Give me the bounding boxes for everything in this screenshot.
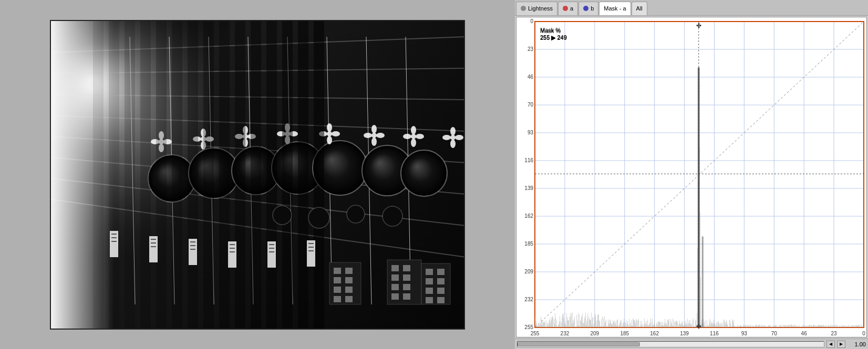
b-dot-icon <box>583 6 588 11</box>
image-panel <box>0 0 515 349</box>
tab-mask-a-label: Mask - a <box>604 5 626 12</box>
tab-b-label: b <box>591 5 594 12</box>
histogram-area: Mask % 255 ▶ 249 <box>515 16 868 339</box>
tab-all[interactable]: All <box>632 2 647 15</box>
lightness-dot-icon <box>521 6 526 11</box>
histogram-canvas <box>516 17 866 337</box>
image-container[interactable] <box>50 20 465 330</box>
right-panel: Lightness a b Mask - a All Mask % 255 ▶ … <box>515 0 868 349</box>
tab-a[interactable]: a <box>558 2 578 15</box>
tab-b[interactable]: b <box>578 2 598 15</box>
scroll-right-button[interactable]: ▶ <box>837 341 845 348</box>
tab-lightness[interactable]: Lightness <box>516 2 557 15</box>
tab-lightness-label: Lightness <box>528 5 553 12</box>
scroll-left-button[interactable]: ◀ <box>826 341 835 348</box>
zoom-value: 1.00 <box>848 341 866 347</box>
tab-bar: Lightness a b Mask - a All <box>515 0 868 16</box>
histogram-container[interactable]: Mask % 255 ▶ 249 <box>516 17 867 337</box>
tab-mask-a[interactable]: Mask - a <box>599 2 631 15</box>
bw-image <box>51 21 465 330</box>
a-dot-icon <box>563 6 568 11</box>
scrollbar-thumb[interactable] <box>518 342 640 346</box>
scrollbar-area: ◀ ▶ 1.00 <box>515 339 868 349</box>
scrollbar-track[interactable] <box>517 341 824 347</box>
tab-a-label: a <box>570 5 573 12</box>
tab-all-label: All <box>636 5 643 12</box>
